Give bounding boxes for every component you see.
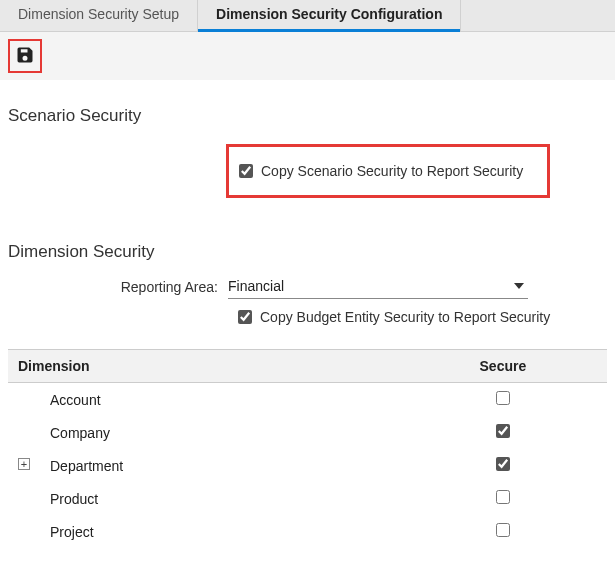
- save-button[interactable]: [8, 39, 42, 73]
- toolbar: [0, 32, 615, 80]
- table-row[interactable]: Project: [8, 515, 607, 548]
- table-row[interactable]: Account: [8, 383, 607, 417]
- tab-dimension-security-setup[interactable]: Dimension Security Setup: [0, 0, 198, 31]
- scenario-security-heading: Scenario Security: [8, 106, 607, 126]
- secure-checkbox-project[interactable]: [496, 523, 510, 537]
- copy-scenario-security-label: Copy Scenario Security to Report Securit…: [261, 163, 523, 179]
- table-row[interactable]: Company: [8, 416, 607, 449]
- tab-dimension-security-configuration[interactable]: Dimension Security Configuration: [198, 0, 461, 31]
- reporting-area-row: Reporting Area: Financial: [8, 274, 607, 299]
- chevron-down-icon: [514, 283, 524, 289]
- table-row[interactable]: Product: [8, 482, 607, 515]
- copy-budget-entity-security-checkbox[interactable]: [238, 310, 252, 324]
- dimension-table: Dimension Secure Account Company + Depar…: [8, 349, 607, 548]
- secure-checkbox-company[interactable]: [496, 424, 510, 438]
- reporting-area-label: Reporting Area:: [8, 279, 228, 295]
- reporting-area-value: Financial: [228, 278, 284, 294]
- dimension-cell: + Department: [8, 449, 399, 482]
- dimension-cell: Product: [8, 482, 399, 515]
- copy-scenario-security-checkbox[interactable]: [239, 164, 253, 178]
- table-row[interactable]: + Department: [8, 449, 607, 482]
- reporting-area-select[interactable]: Financial: [228, 274, 528, 299]
- dimension-cell: Company: [8, 416, 399, 449]
- dimension-name: Department: [50, 458, 123, 474]
- dimension-cell: Project: [8, 515, 399, 548]
- copy-budget-row: Copy Budget Entity Security to Report Se…: [8, 309, 607, 325]
- col-secure[interactable]: Secure: [399, 350, 607, 383]
- expand-icon[interactable]: +: [18, 458, 30, 470]
- copy-scenario-highlight: Copy Scenario Security to Report Securit…: [226, 144, 550, 198]
- dimension-security-heading: Dimension Security: [8, 242, 607, 262]
- copy-budget-entity-security-label: Copy Budget Entity Security to Report Se…: [260, 309, 550, 325]
- save-icon: [15, 45, 35, 68]
- tab-bar: Dimension Security Setup Dimension Secur…: [0, 0, 615, 32]
- col-dimension[interactable]: Dimension: [8, 350, 399, 383]
- secure-checkbox-department[interactable]: [496, 457, 510, 471]
- secure-checkbox-account[interactable]: [496, 391, 510, 405]
- secure-checkbox-product[interactable]: [496, 490, 510, 504]
- dimension-cell: Account: [8, 383, 399, 417]
